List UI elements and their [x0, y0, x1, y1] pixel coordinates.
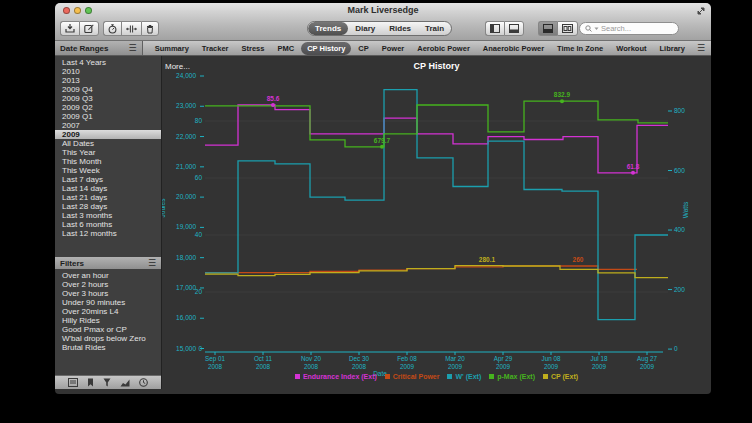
date-range-item[interactable]: Last 6 months: [55, 220, 161, 229]
menu-icon: ☰: [697, 45, 705, 51]
import-button[interactable]: [60, 21, 79, 36]
date-range-item[interactable]: 2009: [55, 130, 161, 139]
search-input[interactable]: Search...: [579, 22, 679, 35]
date-range-item[interactable]: 2009 Q1: [55, 112, 161, 121]
date-range-item[interactable]: 2007: [55, 121, 161, 130]
date-range-item[interactable]: Last 4 Years: [55, 58, 161, 67]
date-range-item[interactable]: This Week: [55, 166, 161, 175]
date-range-item[interactable]: 2013: [55, 76, 161, 85]
axis-tick-label: 15,000: [176, 345, 196, 352]
date-range-item[interactable]: 2009 Q2: [55, 103, 161, 112]
filter-item[interactable]: W'bal drops below Zero: [55, 334, 161, 343]
axis-tick-label: 24,000: [176, 72, 196, 79]
fullscreen-icon[interactable]: [697, 7, 705, 15]
toggle-sidebar-button[interactable]: [485, 21, 504, 36]
annotation-dot: [560, 99, 564, 103]
date-range-item[interactable]: All Dates: [55, 139, 161, 148]
cp-history-chart[interactable]: 24,00023,00022,00021,00020,00019,00018,0…: [162, 56, 710, 389]
tab-workout[interactable]: Workout: [610, 42, 652, 55]
axis-tick-label: 40: [195, 231, 203, 238]
date-range-item[interactable]: Last 3 months: [55, 211, 161, 220]
filter-item[interactable]: Under 90 minutes: [55, 298, 161, 307]
stopwatch-button[interactable]: [103, 21, 121, 36]
series-wprime: [205, 90, 668, 320]
axis-tick-label: 20: [195, 288, 203, 295]
panel-icon[interactable]: [68, 378, 78, 387]
filter-item[interactable]: Over 2 hours: [55, 280, 161, 289]
bookmark-icon[interactable]: [87, 378, 94, 387]
toggle-bottombar-button[interactable]: [504, 21, 524, 36]
search-scope-chevron-icon[interactable]: [594, 27, 599, 31]
axis-tick-label: 2008: [304, 363, 319, 370]
legend-swatch: [489, 374, 494, 379]
annotation-dot: [271, 103, 275, 107]
axis-tick-label: Nov 20: [301, 355, 321, 362]
view-tab-trends[interactable]: Trends: [308, 22, 348, 35]
tab-pmc[interactable]: PMC: [271, 42, 300, 55]
legend-item: Critical Power: [385, 373, 440, 380]
date-range-item[interactable]: 2010: [55, 67, 161, 76]
axis-tick-label: Dec 30: [349, 355, 369, 362]
chart-icon[interactable]: [120, 378, 130, 387]
axis-tick-label: 2009: [640, 363, 655, 370]
date-range-item[interactable]: Last 7 days: [55, 175, 161, 184]
axis-tick-label: 400: [674, 226, 685, 233]
title-bar[interactable]: Mark Liversedge: [55, 3, 711, 18]
tab-cp[interactable]: CP: [352, 42, 374, 55]
filter-item[interactable]: Good Pmax or CP: [55, 325, 161, 334]
layout-button-group: [538, 21, 578, 36]
date-range-item[interactable]: This Month: [55, 157, 161, 166]
axis-tick-label: 2009: [592, 363, 607, 370]
filters-header-label: Filters: [60, 259, 148, 268]
clock-icon[interactable]: [139, 378, 148, 387]
date-range-item[interactable]: Last 28 days: [55, 202, 161, 211]
axis-tick-label: Mar 20: [445, 355, 465, 362]
date-range-item[interactable]: Last 21 days: [55, 193, 161, 202]
filter-item[interactable]: Over an hour: [55, 271, 161, 280]
axis-tick-label: 60: [195, 174, 203, 181]
date-range-item[interactable]: 2009 Q4: [55, 85, 161, 94]
trash-button[interactable]: [141, 21, 159, 36]
tab-stress[interactable]: Stress: [236, 42, 271, 55]
window-chrome: Mark Liversedge: [55, 3, 711, 41]
filters-header[interactable]: Filters ☰: [55, 257, 161, 269]
view-tab-rides[interactable]: Rides: [382, 22, 418, 35]
axis-tick-label: 21,000: [176, 163, 196, 170]
axis-tick-label: 2009: [496, 363, 511, 370]
date-ranges-header[interactable]: Date Ranges ☰: [55, 41, 143, 55]
tabs-menu[interactable]: ☰: [691, 41, 711, 55]
date-range-item[interactable]: Last 12 months: [55, 229, 161, 238]
activity-button-group: [103, 21, 159, 36]
compose-button[interactable]: [79, 21, 99, 36]
menu-icon[interactable]: ☰: [148, 260, 156, 266]
date-range-item[interactable]: Last 14 days: [55, 184, 161, 193]
legend-item: Endurance Index (Ext): [295, 373, 377, 380]
filter-item[interactable]: Over 3 hours: [55, 289, 161, 298]
tab-tracker[interactable]: Tracker: [196, 42, 235, 55]
view-tab-train[interactable]: Train: [418, 22, 451, 35]
filter-item[interactable]: Brutal Rides: [55, 343, 161, 352]
tab-aerobic-power[interactable]: Aerobic Power: [411, 42, 476, 55]
menu-icon[interactable]: ☰: [129, 45, 137, 51]
legend-label: CP (Ext): [551, 373, 578, 380]
date-range-item[interactable]: 2009 Q3: [55, 94, 161, 103]
axis-tick-label: 2008: [352, 363, 367, 370]
split-view-button[interactable]: [121, 21, 141, 36]
tab-library[interactable]: Library: [653, 42, 690, 55]
tab-strip: Date Ranges ☰ SummaryTrackerStressPMCCP …: [55, 41, 711, 56]
tab-anaerobic-power[interactable]: Anaerobic Power: [477, 42, 550, 55]
tiled-view-button[interactable]: [557, 21, 578, 36]
filter-item[interactable]: Over 20mins L4: [55, 307, 161, 316]
tab-cp-history[interactable]: CP History: [301, 42, 351, 55]
view-tab-diary[interactable]: Diary: [348, 22, 382, 35]
tab-power[interactable]: Power: [376, 42, 411, 55]
app-window: Mark Liversedge: [55, 3, 711, 394]
filter-item[interactable]: Hilly Rides: [55, 316, 161, 325]
axis-tick-label: 2009: [544, 363, 559, 370]
funnel-icon[interactable]: [103, 378, 111, 387]
tab-summary[interactable]: Summary: [149, 42, 195, 55]
single-view-button[interactable]: [538, 21, 557, 36]
date-range-item[interactable]: This Year: [55, 148, 161, 157]
chart-legend: Endurance Index (Ext)Critical PowerW' (E…: [162, 373, 711, 380]
tab-time-in-zone[interactable]: Time In Zone: [551, 42, 609, 55]
